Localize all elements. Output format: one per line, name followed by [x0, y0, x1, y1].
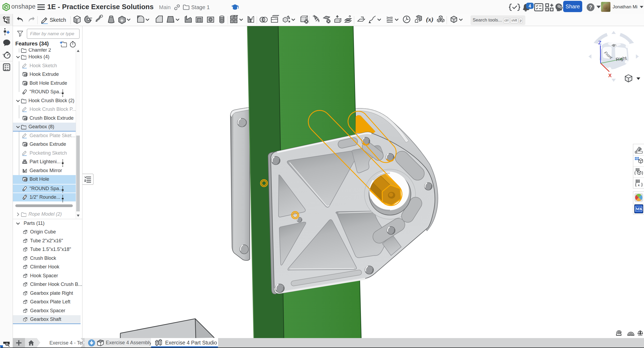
svg-text:?: ?	[589, 4, 592, 10]
svg-text:x: x	[638, 183, 640, 187]
svg-text:Z: Z	[598, 40, 601, 45]
svg-text:(x): (x)	[426, 16, 433, 23]
svg-text:X: X	[608, 73, 612, 78]
svg-text:4: 4	[529, 4, 531, 8]
